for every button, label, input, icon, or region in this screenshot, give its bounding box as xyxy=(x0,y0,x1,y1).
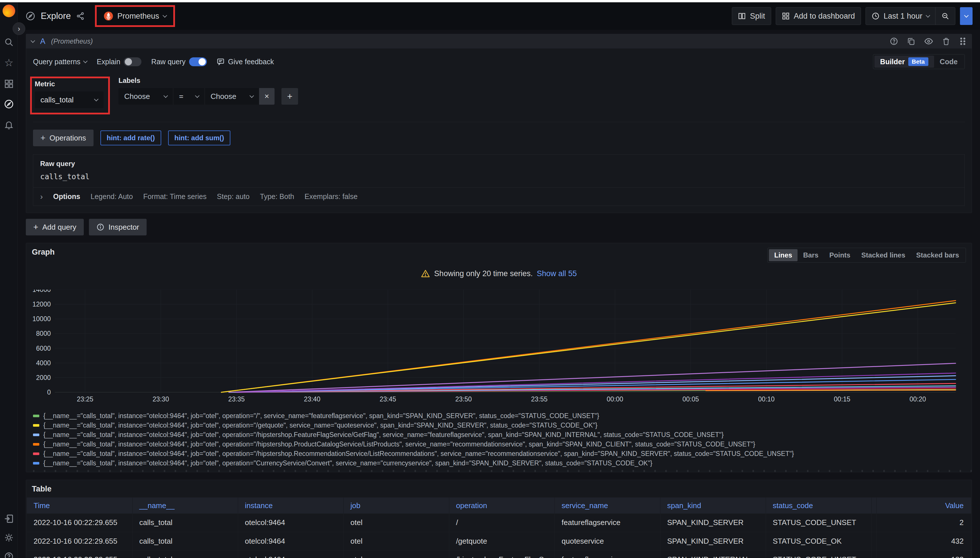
run-query-button[interactable]: Run query xyxy=(960,7,973,25)
svg-text:23:50: 23:50 xyxy=(455,396,472,403)
inspector-button[interactable]: Inspector xyxy=(89,219,146,235)
column-header-time[interactable]: Time xyxy=(27,497,132,514)
svg-text:23:55: 23:55 xyxy=(531,396,548,403)
zoom-out-button[interactable] xyxy=(935,7,955,25)
column-header-name[interactable]: __name__ xyxy=(132,497,238,514)
metric-select[interactable]: calls_total xyxy=(35,92,104,108)
add-query-button[interactable]: + Add query xyxy=(26,219,84,235)
table-row[interactable]: 2022-10-16 00:22:29.655calls_totalotelco… xyxy=(27,514,971,532)
time-picker-group: Last 1 hour xyxy=(865,7,955,25)
column-header-job[interactable]: job xyxy=(344,497,449,514)
table-cell: otel xyxy=(344,532,449,550)
legend-item[interactable]: {__name__="calls_total", instance="otelc… xyxy=(33,411,972,421)
add-label-button[interactable]: + xyxy=(281,88,298,105)
datasource-name: Prometheus xyxy=(117,12,159,21)
builder-code-switch: Builder Beta Code xyxy=(873,54,965,69)
option-step: Step: auto xyxy=(217,192,250,201)
option-exemplars: Exemplars: false xyxy=(305,192,358,201)
page-title: Explore xyxy=(41,11,71,21)
table-row[interactable]: 2022-10-16 00:22:29.655calls_totalotelco… xyxy=(27,550,971,558)
query-row-header[interactable]: A (Prometheus) xyxy=(26,34,972,48)
help-icon[interactable] xyxy=(3,551,14,558)
legend-item[interactable]: {__name__="calls_total", instance="otelc… xyxy=(33,430,972,440)
legend-item[interactable]: {__name__="calls_total", instance="otelc… xyxy=(33,449,972,458)
legend-item[interactable]: {__name__="calls_total", instance="otelc… xyxy=(33,421,972,430)
table-cell: featureflagservice xyxy=(554,550,660,558)
svg-text:14000: 14000 xyxy=(33,290,51,293)
inspector-label: Inspector xyxy=(109,223,139,232)
collapse-chevron-icon[interactable] xyxy=(31,38,35,43)
remove-label-button[interactable]: × xyxy=(259,88,275,105)
column-header-value[interactable]: Value xyxy=(876,497,971,514)
label-name-select[interactable]: Choose xyxy=(118,88,173,105)
results-table: Time__name__instancejoboperationservice_… xyxy=(27,497,971,558)
raw-query-toggle[interactable] xyxy=(189,57,207,66)
table-panel-title: Table xyxy=(32,484,966,494)
column-header-statuscode[interactable]: status_code xyxy=(766,497,871,514)
drag-handle-icon[interactable] xyxy=(959,37,967,46)
labels-label: Labels xyxy=(118,77,298,85)
share-icon[interactable] xyxy=(76,12,85,20)
legend-swatch-icon xyxy=(33,443,39,446)
show-all-series-link[interactable]: Show all 55 xyxy=(537,269,577,278)
column-header-servicename[interactable]: service_name xyxy=(554,497,660,514)
run-query-dropdown[interactable] xyxy=(960,7,973,25)
column-header-instance[interactable]: instance xyxy=(238,497,344,514)
label-value-select[interactable]: Choose xyxy=(204,88,259,105)
time-series-chart[interactable]: 0200040006000800010000120001400023:2523:… xyxy=(30,290,969,404)
query-patterns-dropdown[interactable]: Query patterns xyxy=(33,57,87,66)
hint-add-sum-button[interactable]: hint: add sum() xyxy=(168,130,230,145)
settings-gear-icon[interactable] xyxy=(3,532,14,543)
hint-add-rate-button[interactable]: hint: add rate() xyxy=(100,130,161,145)
svg-text:2000: 2000 xyxy=(36,374,51,381)
tab-bars[interactable]: Bars xyxy=(797,249,824,261)
give-feedback-link[interactable]: Give feedback xyxy=(217,57,274,66)
builder-tab[interactable]: Builder Beta xyxy=(875,56,934,68)
code-tab[interactable]: Code xyxy=(934,56,964,68)
graph-panel-title: Graph xyxy=(32,248,55,257)
label-operator-select[interactable]: = xyxy=(173,88,204,105)
svg-text:8000: 8000 xyxy=(36,330,51,337)
table-cell: /hipstershop.FeatureFlagServi... xyxy=(449,550,554,558)
add-to-dashboard-button[interactable]: Add to dashboard xyxy=(776,7,861,25)
explore-compass-icon xyxy=(25,11,36,21)
delete-query-trash-icon[interactable] xyxy=(942,37,950,46)
split-button[interactable]: Split xyxy=(732,7,771,25)
copy-query-icon[interactable] xyxy=(907,37,916,46)
time-range-button[interactable]: Last 1 hour xyxy=(866,7,935,25)
plus-icon: + xyxy=(33,222,38,232)
tab-points[interactable]: Points xyxy=(824,249,856,261)
operations-button[interactable]: + Operations xyxy=(33,130,94,146)
legend-series-label: {__name__="calls_total", instance="otelc… xyxy=(43,422,597,429)
datasource-picker[interactable]: Prometheus xyxy=(99,8,171,24)
table-cell: featureflagservice xyxy=(554,514,660,532)
query-editor-panel: A (Prometheus) Query patterns Explain xyxy=(26,34,972,213)
options-row[interactable]: › Options Legend: Auto Format: Time seri… xyxy=(33,187,965,206)
tab-lines[interactable]: Lines xyxy=(769,249,798,261)
column-header-spankind[interactable]: span_kind xyxy=(660,497,766,514)
search-icon[interactable] xyxy=(3,37,14,48)
tab-stacked-lines[interactable]: Stacked lines xyxy=(856,249,911,261)
column-header-operation[interactable]: operation xyxy=(449,497,554,514)
topbar: Explore Prometheus Split xyxy=(18,2,980,30)
legend-item[interactable]: {__name__="calls_total", instance="otelc… xyxy=(33,458,972,468)
alerting-bell-icon[interactable] xyxy=(3,119,14,130)
starred-icon[interactable]: ☆ xyxy=(3,57,14,68)
grafana-logo[interactable] xyxy=(3,5,15,17)
table-cell: 432 xyxy=(876,532,971,550)
tab-stacked-bars[interactable]: Stacked bars xyxy=(911,249,965,261)
explain-toggle[interactable] xyxy=(123,57,141,66)
legend-item[interactable]: {__name__="calls_total", instance="otelc… xyxy=(33,440,972,449)
query-help-icon[interactable] xyxy=(890,37,898,46)
dashboards-icon[interactable] xyxy=(3,78,14,89)
table-cell: calls_total xyxy=(132,550,238,558)
warning-text: Showing only 20 time series. xyxy=(434,269,533,278)
explore-icon[interactable] xyxy=(3,98,14,110)
legend-swatch-icon xyxy=(33,424,39,427)
hide-query-eye-icon[interactable] xyxy=(924,37,933,46)
raw-query-toggle-label: Raw query xyxy=(151,57,186,66)
sidebar-expand-button[interactable]: › xyxy=(13,22,25,35)
table-row[interactable]: 2022-10-16 00:22:29.655calls_totalotelco… xyxy=(27,532,971,550)
sign-in-icon[interactable] xyxy=(3,513,14,524)
chevron-down-icon xyxy=(163,13,167,18)
